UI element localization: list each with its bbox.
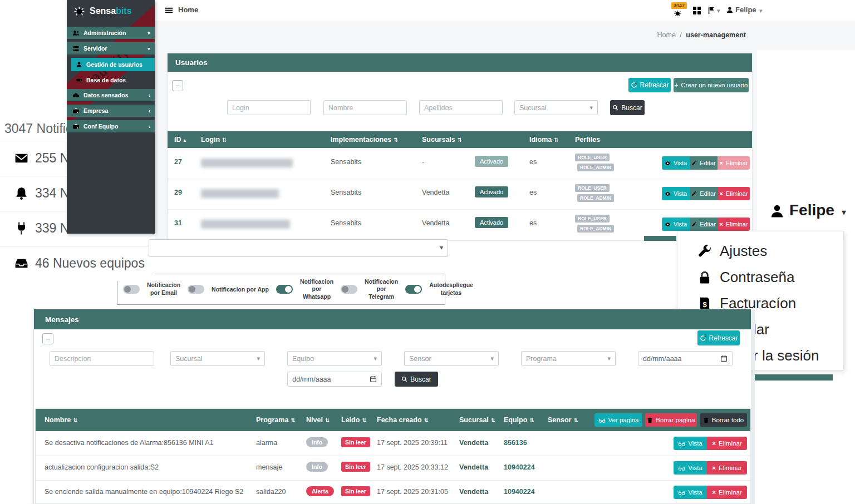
- cell-id[interactable]: 27: [174, 158, 182, 166]
- menu-item-partial[interactable]: lar: [753, 321, 769, 338]
- col-login[interactable]: Login⇅: [201, 136, 227, 144]
- toggle-app-label: Notificacion por App: [212, 286, 269, 293]
- filter-fecha-desde-input[interactable]: dd/mm/aaaa: [638, 351, 733, 366]
- toggle-autodespliegue[interactable]: [405, 285, 422, 294]
- navbar-user-name[interactable]: Felipe: [735, 6, 756, 14]
- brand[interactable]: Sensabits: [73, 5, 132, 17]
- sidebar-item-gestion-usuarios[interactable]: Gestión de usuarios: [71, 58, 155, 71]
- col-sensor[interactable]: Sensor⇅: [548, 416, 578, 424]
- calendar-icon: [720, 355, 728, 362]
- borrar-todo-button[interactable]: Borrar todo: [700, 413, 747, 427]
- eliminar-button[interactable]: ×Eliminar: [707, 486, 747, 499]
- device-notifications-icon[interactable]: [674, 9, 682, 17]
- vista-button[interactable]: Vista: [662, 218, 690, 231]
- cell-equipo[interactable]: 10940224: [504, 488, 535, 496]
- filter-fecha-hasta-input[interactable]: dd/mm/aaaa: [287, 372, 382, 387]
- sidebar-item-conf-equipo[interactable]: Conf Equipo ‹: [67, 120, 155, 132]
- sidebar-item-servidor[interactable]: Servidor ▾: [67, 42, 155, 55]
- col-implementaciones[interactable]: Implementaciones⇅: [331, 136, 398, 144]
- cell-implementaciones: Sensabits: [331, 158, 361, 166]
- col-fecha-creado[interactable]: Fecha creado⇅: [377, 416, 429, 424]
- table-row: actualizacion configuracion salida:S2 me…: [36, 456, 750, 481]
- screen: Home 3047 ▾ Felipe ▾ Home / user-managem…: [0, 0, 855, 504]
- col-sucursals[interactable]: Sucursals⇅: [422, 136, 462, 144]
- eliminar-button[interactable]: ×Eliminar: [707, 461, 747, 475]
- filter-sucursal-select[interactable]: Sucursal▾: [170, 351, 265, 366]
- cell-equipo[interactable]: 856136: [504, 439, 527, 447]
- vista-button[interactable]: Vista: [674, 437, 707, 450]
- mensajes-refresh-button[interactable]: Refrescar: [697, 330, 740, 345]
- filter-descripcion-input[interactable]: [50, 351, 154, 366]
- cell-id[interactable]: 31: [174, 219, 182, 227]
- sidebar-item-datos-sensados[interactable]: Datos sensados ‹: [67, 89, 155, 101]
- col-nivel[interactable]: Nivel⇅: [306, 416, 330, 424]
- eliminar-button[interactable]: ×Eliminar: [718, 218, 750, 231]
- create-user-button[interactable]: + Crear un nuevo usuario: [674, 78, 749, 92]
- user-icon[interactable]: [769, 204, 785, 219]
- editar-button[interactable]: Editar: [690, 187, 718, 200]
- sidebar-item-base-datos[interactable]: Base de datos: [71, 74, 155, 86]
- menu-item-cerrar-sesion-partial[interactable]: r la sesión: [753, 347, 819, 364]
- ver-pagina-button[interactable]: Ver pagina: [594, 413, 642, 427]
- user-menu-fragment: Felipe ▾: [757, 195, 855, 229]
- filter-apellidos-input[interactable]: [419, 100, 503, 115]
- toggle-telegram[interactable]: [341, 285, 357, 294]
- notification-count-badge[interactable]: 3047: [671, 2, 687, 9]
- breadcrumb-home[interactable]: Home: [657, 31, 676, 39]
- toggle-whatsapp[interactable]: [276, 285, 293, 294]
- usuarios-search-button[interactable]: Buscar: [610, 100, 645, 115]
- col-equipo[interactable]: Equipo⇅: [504, 416, 534, 424]
- vista-button[interactable]: Vista: [662, 156, 690, 170]
- filter-nombre-input[interactable]: [323, 100, 407, 115]
- borrar-pagina-button[interactable]: Borrar pagína: [645, 413, 697, 427]
- filter-sucursal-select[interactable]: Sucursal▾: [514, 100, 598, 115]
- sidebar-item-empresa[interactable]: Empresa ‹: [67, 105, 155, 117]
- usuarios-refresh-button[interactable]: Refrescar: [628, 78, 671, 92]
- filter-equipo-select[interactable]: Equipo▾: [287, 351, 382, 366]
- cell-equipo[interactable]: 10940224: [504, 463, 535, 471]
- eliminar-button[interactable]: ×Eliminar: [707, 437, 747, 450]
- editar-button[interactable]: Editar: [690, 218, 718, 231]
- toggle-app[interactable]: [188, 285, 204, 294]
- menu-item-ajustes[interactable]: Ajustes: [697, 243, 767, 260]
- user-caret-icon[interactable]: ▾: [759, 7, 763, 14]
- detached-select[interactable]: ▾: [149, 239, 448, 257]
- vista-button[interactable]: Vista: [674, 486, 707, 499]
- mensajes-collapse-button[interactable]: −: [42, 333, 53, 344]
- user-icon[interactable]: [726, 6, 734, 14]
- sort-icon: ⇅: [394, 137, 398, 143]
- database-drive-icon: [76, 77, 82, 83]
- user-menu-name[interactable]: Felipe: [789, 201, 834, 219]
- sidebar-item-administracion[interactable]: Administración ▾: [67, 27, 155, 39]
- col-id[interactable]: ID▴: [174, 136, 186, 144]
- vista-button[interactable]: Vista: [662, 187, 690, 200]
- editar-button[interactable]: Editar: [690, 156, 718, 170]
- flag-caret-icon[interactable]: ▾: [717, 7, 720, 14]
- eliminar-button[interactable]: ×Eliminar: [718, 156, 750, 170]
- notification-item-equipos[interactable]: 46 Nuevos equipos: [0, 246, 155, 281]
- usuarios-collapse-button[interactable]: −: [172, 80, 183, 91]
- hamburger-menu-icon[interactable]: [165, 6, 173, 14]
- cell-id[interactable]: 29: [174, 189, 182, 196]
- toggle-email[interactable]: [123, 285, 140, 294]
- breadcrumb-current: user-management: [686, 31, 746, 39]
- filter-sensor-select[interactable]: Sensor▾: [404, 351, 499, 366]
- user-menu-caret-icon[interactable]: ▾: [842, 207, 846, 218]
- filter-login-input[interactable]: [227, 100, 311, 115]
- eliminar-button[interactable]: ×Eliminar: [718, 187, 750, 200]
- chevron-left-icon: ‹: [149, 123, 150, 130]
- language-flag-icon[interactable]: [707, 6, 715, 14]
- col-nombre[interactable]: Nombre⇅: [45, 416, 78, 424]
- scrollbar[interactable]: [753, 310, 755, 504]
- col-sucursal[interactable]: Sucursal⇅: [459, 416, 495, 424]
- vista-button[interactable]: Vista: [674, 461, 707, 475]
- col-leido[interactable]: Leido⇅: [341, 416, 367, 424]
- apps-grid-icon[interactable]: [692, 6, 701, 15]
- mensajes-search-button[interactable]: Buscar: [395, 372, 438, 387]
- col-idioma[interactable]: Idioma⇅: [529, 136, 559, 144]
- navbar-home-link[interactable]: Home: [178, 6, 198, 14]
- sort-icon: ⇅: [291, 417, 295, 423]
- col-programa[interactable]: Programa⇅: [256, 416, 296, 424]
- filter-programa-select[interactable]: Programa▾: [521, 351, 616, 366]
- menu-item-contrasena[interactable]: Contraseña: [697, 269, 794, 286]
